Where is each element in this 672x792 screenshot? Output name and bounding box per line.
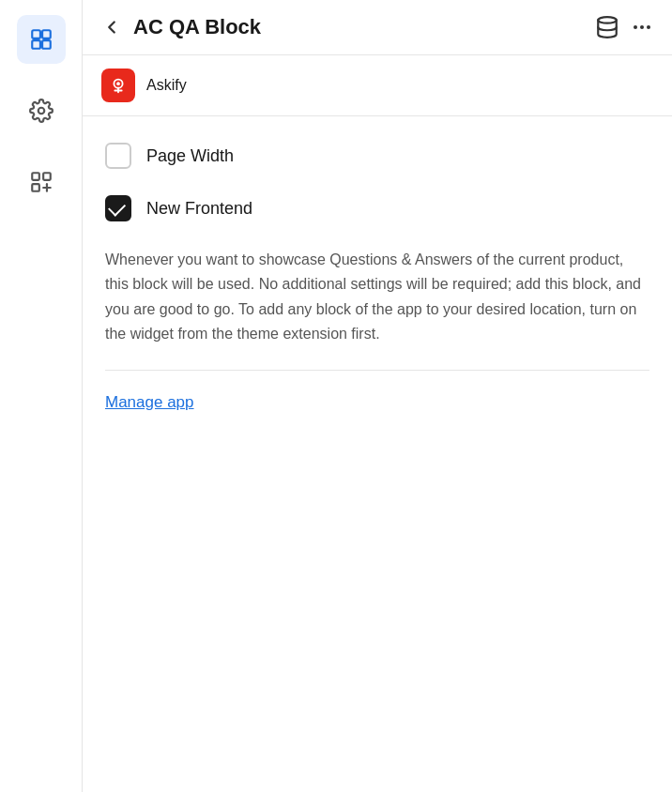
- svg-point-10: [598, 17, 617, 23]
- back-icon: [101, 17, 122, 38]
- svg-rect-3: [42, 40, 51, 49]
- manage-app-link[interactable]: Manage app: [105, 393, 194, 411]
- sidebar-item-settings[interactable]: [17, 86, 66, 135]
- sidebar-item-add[interactable]: [17, 158, 66, 206]
- svg-point-11: [634, 25, 637, 29]
- divider: [105, 370, 649, 371]
- header: AC QA Block: [83, 0, 672, 55]
- main-panel: AC QA Block: [83, 0, 672, 792]
- add-block-icon: [29, 170, 53, 194]
- svg-point-4: [38, 108, 44, 114]
- settings-icon: [29, 99, 53, 123]
- svg-rect-2: [32, 40, 40, 49]
- svg-rect-1: [42, 30, 51, 38]
- sidebar: [0, 0, 83, 792]
- description-text: Whenever you want to showcase Questions …: [105, 248, 649, 347]
- app-banner: Askify: [83, 55, 672, 116]
- svg-rect-6: [43, 173, 51, 180]
- svg-point-15: [116, 82, 120, 85]
- svg-point-13: [647, 25, 650, 29]
- header-right: [595, 15, 653, 39]
- page-width-row: Page Width: [105, 143, 649, 169]
- blocks-icon: [29, 27, 53, 52]
- page-width-label: Page Width: [146, 146, 234, 166]
- header-left: AC QA Block: [101, 15, 261, 39]
- back-button[interactable]: [101, 17, 122, 38]
- app-icon: [101, 69, 135, 102]
- new-frontend-checkbox[interactable]: [105, 195, 131, 221]
- database-button[interactable]: [595, 15, 619, 39]
- content-area: Page Width New Frontend Whenever you wan…: [83, 116, 672, 792]
- more-icon: [631, 16, 653, 38]
- svg-rect-0: [32, 30, 40, 38]
- sidebar-item-blocks[interactable]: [17, 15, 66, 64]
- svg-point-12: [640, 25, 644, 29]
- askify-logo: [108, 75, 129, 96]
- page-title: AC QA Block: [133, 15, 261, 39]
- page-width-checkbox[interactable]: [105, 143, 131, 169]
- svg-rect-7: [32, 184, 39, 191]
- svg-rect-5: [32, 173, 39, 180]
- new-frontend-label: New Frontend: [146, 199, 252, 219]
- database-icon: [595, 15, 619, 39]
- more-options-button[interactable]: [631, 16, 653, 38]
- app-name: Askify: [146, 77, 187, 94]
- new-frontend-row: New Frontend: [105, 195, 649, 221]
